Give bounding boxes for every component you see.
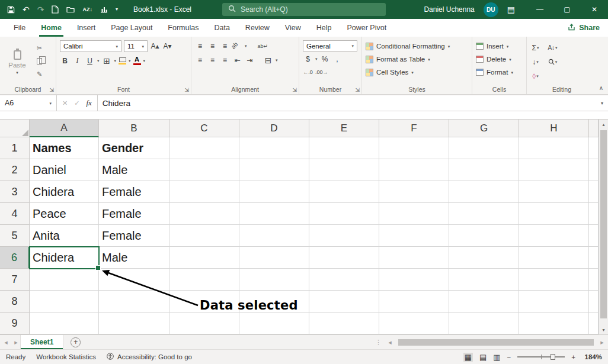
scroll-right-icon[interactable]: ▸ <box>596 339 608 346</box>
cell-B3[interactable]: Female <box>99 181 169 203</box>
cell-H5[interactable] <box>519 225 589 247</box>
cell-F2[interactable] <box>379 159 449 181</box>
bottom-align-button[interactable]: ≡ <box>220 40 230 51</box>
row-header-5[interactable]: 5 <box>0 225 30 247</box>
tab-file[interactable]: File <box>6 19 33 37</box>
font-color-button[interactable]: A <box>133 56 141 65</box>
chart-button[interactable] <box>100 6 108 13</box>
user-name[interactable]: Daniel Uchenna <box>424 5 474 14</box>
cell-B4[interactable]: Female <box>99 203 169 225</box>
cell-G3[interactable] <box>449 181 519 203</box>
cell-C7[interactable] <box>169 269 239 291</box>
comma-style-button[interactable]: , <box>332 53 343 65</box>
cell-D9[interactable] <box>239 313 309 334</box>
page-layout-view-button[interactable]: ▤ <box>479 353 487 362</box>
tab-scroll-handle[interactable]: ⋮ <box>373 339 384 346</box>
zoom-out-button[interactable]: − <box>507 353 511 360</box>
cell-D5[interactable] <box>239 225 309 247</box>
cell-F6[interactable] <box>379 247 449 269</box>
cell-E4[interactable] <box>309 203 379 225</box>
delete-cells-button[interactable]: Delete ▾ <box>476 53 513 65</box>
cell-G4[interactable] <box>449 203 519 225</box>
decrease-indent-button[interactable]: ⇤ <box>232 54 242 66</box>
cut-button[interactable]: ✂ <box>34 43 44 54</box>
cell-C2[interactable] <box>169 159 239 181</box>
cell-H8[interactable] <box>519 291 589 313</box>
new-file-button[interactable] <box>52 5 59 14</box>
accounting-format-button[interactable]: $ <box>303 53 313 65</box>
tab-data[interactable]: Data <box>206 19 237 37</box>
avatar[interactable]: DU <box>484 2 498 17</box>
cell-C6[interactable] <box>169 247 239 269</box>
alignment-dialog-launcher-icon[interactable]: ⇲ <box>292 87 297 93</box>
horizontal-scrollbar[interactable]: ◂ ▸ <box>384 335 608 349</box>
undo-button[interactable]: ↶ <box>23 5 30 14</box>
increase-font-size-button[interactable]: A▴ <box>150 41 160 52</box>
cell-C5[interactable] <box>169 225 239 247</box>
tab-home[interactable]: Home <box>33 19 69 37</box>
orientation-button[interactable]: ab <box>230 38 245 53</box>
cell-G6[interactable] <box>449 247 519 269</box>
cell-C4[interactable] <box>169 203 239 225</box>
cell-A4[interactable]: Peace <box>30 203 99 225</box>
share-button[interactable]: Share <box>568 24 600 33</box>
cell-D4[interactable] <box>239 203 309 225</box>
cell-F3[interactable] <box>379 181 449 203</box>
cell-E6[interactable] <box>309 247 379 269</box>
italic-button[interactable]: I <box>72 55 82 66</box>
cell-H1[interactable] <box>519 137 589 159</box>
minimize-button[interactable]: — <box>526 0 553 19</box>
ribbon-display-options-icon[interactable]: ▤ <box>507 5 515 14</box>
zoom-slider[interactable] <box>517 356 565 357</box>
redo-button[interactable]: ↷ <box>37 5 44 14</box>
row-header-2[interactable]: 2 <box>0 159 30 181</box>
scroll-up-icon[interactable]: ▴ <box>599 120 608 129</box>
font-name-select[interactable]: Calibri▾ <box>60 40 121 52</box>
normal-view-button[interactable]: ▦ <box>463 353 473 362</box>
horizontal-scroll-track[interactable] <box>396 335 596 349</box>
cell-F1[interactable] <box>379 137 449 159</box>
cell-B6[interactable]: Male <box>99 247 169 269</box>
vertical-scroll-track[interactable] <box>599 129 608 325</box>
formula-input[interactable]: Chidera <box>98 99 596 108</box>
cell-B8[interactable] <box>99 291 169 313</box>
number-format-select[interactable]: General▾ <box>303 40 357 51</box>
cell-F4[interactable] <box>379 203 449 225</box>
column-header-H[interactable]: H <box>519 120 589 137</box>
insert-cells-button[interactable]: Insert ▾ <box>476 40 513 52</box>
vertical-scrollbar[interactable]: ▴ ▾ <box>599 120 608 334</box>
accessibility-checker-button[interactable]: Accessibility: Good to go <box>107 353 192 361</box>
cell-F7[interactable] <box>379 269 449 291</box>
column-header-G[interactable]: G <box>449 120 519 137</box>
find-select-button[interactable]: ▾ <box>548 56 558 67</box>
wrap-text-button[interactable]: ab↵ <box>258 40 268 51</box>
cell-G5[interactable] <box>449 225 519 247</box>
cell-A1[interactable]: Names <box>30 137 99 159</box>
font-dialog-launcher-icon[interactable]: ⇲ <box>184 87 189 93</box>
align-right-button[interactable]: ≡ <box>220 54 230 66</box>
percent-style-button[interactable]: % <box>320 53 330 65</box>
merge-center-button[interactable]: ⊟ <box>263 54 273 66</box>
cell-B1[interactable]: Gender <box>99 137 169 159</box>
cell-D2[interactable] <box>239 159 309 181</box>
open-file-button[interactable] <box>66 6 75 13</box>
cell-A5[interactable]: Anita <box>30 225 99 247</box>
row-header-6[interactable]: 6 <box>0 247 30 269</box>
cell-E9[interactable] <box>309 313 379 334</box>
cell-A2[interactable]: Daniel <box>30 159 99 181</box>
tab-formulas[interactable]: Formulas <box>160 19 206 37</box>
copy-button[interactable] <box>37 58 42 65</box>
cell-H4[interactable] <box>519 203 589 225</box>
bold-button[interactable]: B <box>60 55 70 66</box>
cell-C3[interactable] <box>169 181 239 203</box>
sort-ascending-button[interactable]: AZ↓ <box>82 7 92 12</box>
fill-button[interactable]: ↓▾ <box>530 56 540 67</box>
decrease-font-size-button[interactable]: A▾ <box>162 41 172 52</box>
select-all-button[interactable] <box>0 120 30 137</box>
cell-D1[interactable] <box>239 137 309 159</box>
cell-F5[interactable] <box>379 225 449 247</box>
font-size-select[interactable]: 11▾ <box>124 40 148 52</box>
fill-color-button[interactable] <box>119 57 126 65</box>
cell-G9[interactable] <box>449 313 519 334</box>
column-header-A[interactable]: A <box>30 120 99 137</box>
